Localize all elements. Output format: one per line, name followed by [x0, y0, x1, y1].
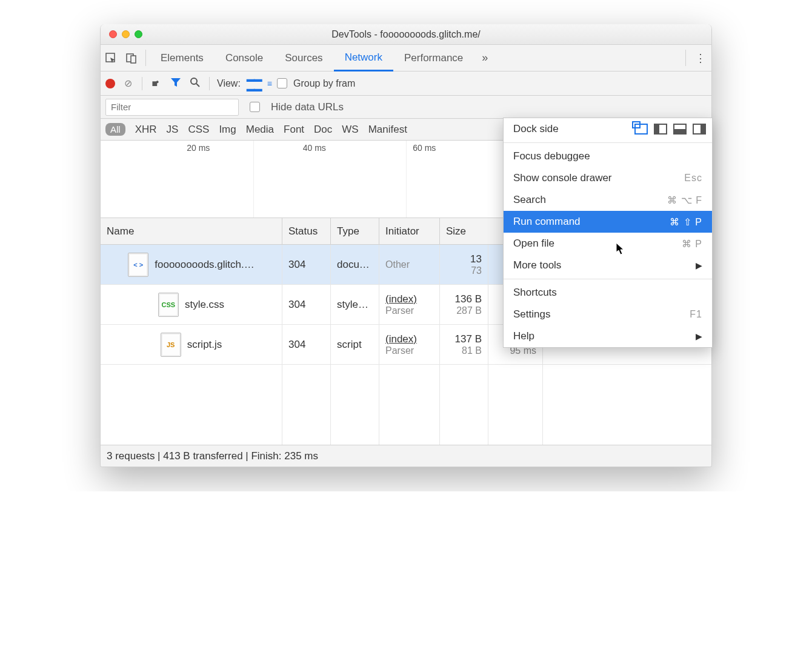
- tab-performance[interactable]: Performance: [393, 45, 474, 71]
- type-media[interactable]: Media: [246, 124, 274, 136]
- file-name: foooooooods.glitch.…: [155, 259, 254, 271]
- file-name: script.js: [187, 339, 222, 351]
- col-name[interactable]: Name: [101, 218, 282, 244]
- search-icon[interactable]: [188, 77, 202, 90]
- tab-sources[interactable]: Sources: [274, 45, 333, 71]
- menu-focus-debuggee[interactable]: Focus debuggee: [504, 145, 712, 167]
- panel-tabs: Elements Console Sources Network Perform…: [101, 45, 711, 71]
- dock-right-icon[interactable]: [693, 124, 706, 135]
- devtools-window: DevTools - foooooooods.glitch.me/ Elemen…: [100, 24, 712, 467]
- svg-rect-2: [131, 56, 136, 63]
- tab-network[interactable]: Network: [334, 45, 393, 71]
- type-doc[interactable]: Doc: [314, 124, 332, 136]
- menu-search[interactable]: Search⌘ ⌥ F: [504, 189, 712, 211]
- menu-run-command[interactable]: Run command⌘ ⇧ P: [504, 211, 712, 233]
- dock-bottom-icon[interactable]: [673, 124, 687, 135]
- menu-shortcuts[interactable]: Shortcuts: [504, 282, 712, 304]
- dock-undock-icon[interactable]: [634, 124, 648, 135]
- view-small-icon[interactable]: ≡: [267, 79, 271, 88]
- file-js-icon: JS: [161, 333, 181, 357]
- chevron-right-icon: ▶: [696, 261, 702, 270]
- network-toolbar: ⊘ ■● View: ▬▬▬▬ ≡ Group by fram: [101, 71, 711, 96]
- type-all[interactable]: All: [105, 123, 125, 136]
- titlebar: DevTools - foooooooods.glitch.me/: [101, 24, 711, 45]
- zoom-icon[interactable]: [135, 30, 142, 38]
- menu-more-tools[interactable]: More tools▶: [504, 254, 712, 276]
- type-font[interactable]: Font: [284, 124, 304, 136]
- menu-open-file[interactable]: Open file⌘ P: [504, 233, 712, 254]
- view-large-icon[interactable]: ▬▬▬▬: [247, 74, 261, 93]
- type-manifest[interactable]: Manifest: [368, 124, 407, 136]
- file-css-icon: CSS: [158, 293, 179, 317]
- filter-row: Hide data URLs: [101, 96, 711, 119]
- menu-help[interactable]: Help▶: [504, 325, 712, 347]
- group-label: Group by fram: [293, 78, 355, 89]
- inspect-icon[interactable]: [101, 45, 121, 71]
- filter-input[interactable]: [105, 99, 239, 116]
- clear-icon[interactable]: ⊘: [121, 78, 135, 89]
- tick: 60 ms: [413, 143, 436, 153]
- hide-urls-checkbox[interactable]: [250, 102, 260, 112]
- type-ws[interactable]: WS: [342, 124, 358, 136]
- settings-menu-icon[interactable]: ⋮: [690, 45, 711, 71]
- dock-left-icon[interactable]: [654, 124, 667, 135]
- type-img[interactable]: Img: [219, 124, 236, 136]
- view-label: View:: [217, 78, 241, 89]
- file-name: style.css: [185, 299, 224, 311]
- main-menu: Dock side Focus debuggee Show console dr…: [503, 118, 713, 348]
- svg-line-4: [196, 84, 199, 87]
- device-toggle-icon[interactable]: [121, 45, 142, 71]
- svg-point-3: [191, 78, 197, 84]
- group-checkbox[interactable]: [277, 78, 287, 88]
- record-icon[interactable]: [105, 79, 115, 88]
- hide-urls-label: Hide data URLs: [271, 101, 344, 113]
- dock-side-row: Dock side: [504, 118, 712, 140]
- menu-show-console[interactable]: Show console drawerEsc: [504, 167, 712, 189]
- traffic-lights: [109, 30, 142, 38]
- col-type[interactable]: Type: [331, 218, 379, 244]
- screenshot-icon[interactable]: ■●: [150, 78, 163, 89]
- tab-console[interactable]: Console: [215, 45, 274, 71]
- col-initiator[interactable]: Initiator: [379, 218, 440, 244]
- type-js[interactable]: JS: [167, 124, 179, 136]
- file-html-icon: < >: [128, 253, 148, 277]
- type-css[interactable]: CSS: [188, 124, 209, 136]
- tick: 40 ms: [303, 143, 326, 153]
- col-size[interactable]: Size: [440, 218, 488, 244]
- type-xhr[interactable]: XHR: [135, 124, 157, 136]
- close-icon[interactable]: [109, 30, 117, 38]
- minimize-icon[interactable]: [122, 30, 130, 38]
- menu-settings[interactable]: SettingsF1: [504, 304, 712, 325]
- tick: 20 ms: [187, 143, 210, 153]
- status-bar: 3 requests | 413 B transferred | Finish:…: [101, 445, 711, 467]
- tab-elements[interactable]: Elements: [150, 45, 215, 71]
- filter-icon[interactable]: [169, 78, 182, 90]
- chevron-right-icon: ▶: [696, 331, 702, 341]
- tabs-overflow-icon[interactable]: »: [474, 45, 496, 71]
- empty-rows: [101, 365, 711, 445]
- window-title: DevTools - foooooooods.glitch.me/: [101, 29, 711, 40]
- col-status[interactable]: Status: [282, 218, 331, 244]
